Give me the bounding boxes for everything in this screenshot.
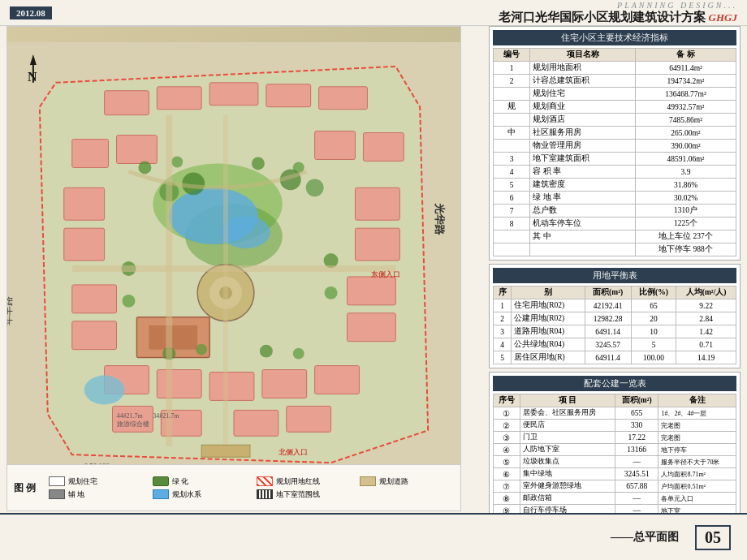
legend-area: 图 例 规划住宅绿 化规划用地红线规划道路辅 地规划水系地下室范围线 [6, 464, 461, 511]
svg-text:年丰路: 年丰路 [7, 296, 14, 325]
legend-label: 规划水系 [172, 489, 201, 500]
fac-col1: 序号 [494, 394, 520, 407]
legend-item: 辅 地 [49, 489, 143, 500]
table-row: 5居住区用地(R)64911.4100.0014.19 [494, 351, 736, 364]
legend-item: 地下室范围线 [257, 489, 351, 500]
svg-rect-22 [72, 285, 117, 313]
fac-col2: 项 目 [520, 394, 615, 407]
svg-rect-30 [315, 366, 360, 394]
svg-text:北侧入口: 北侧入口 [279, 448, 308, 456]
map-area: N 光华路 机场路 年丰路 0 50 100m 44#21.7m 旅游综合楼 3… [6, 26, 461, 511]
svg-rect-23 [72, 321, 117, 350]
legend-item: 规划道路 [360, 476, 454, 487]
svg-rect-24 [348, 277, 396, 305]
table-row: 2公建用地(R02)12982.28202.84 [494, 312, 736, 325]
legend-label: 规划用地红线 [276, 476, 320, 487]
table-row: 3道路用地(R04)6491.14101.42 [494, 325, 736, 338]
legend-item: 规划住宅 [49, 476, 143, 487]
table-row: 8机动车停车位1225个 [494, 218, 736, 230]
legend-label: 绿 化 [172, 476, 188, 487]
table-row: 地下停车 988个 [494, 243, 736, 256]
table-row: 规划住宅136468.77m² [494, 88, 736, 101]
facilities-table: 序号 项 目 面积(m²) 备注 ①居委会、社区服务用房6551#、2#、4#一… [493, 394, 736, 517]
svg-rect-11 [209, 83, 258, 106]
legend-title: 图 例 [14, 481, 36, 495]
main-table-title: 住宅小区主要技术经济指标 [493, 30, 736, 45]
svg-text:东侧入口: 东侧入口 [371, 270, 400, 278]
brand-label: GHGJ [709, 11, 737, 24]
legend-item: 绿 化 [153, 476, 247, 487]
svg-rect-54 [201, 445, 250, 457]
right-panel: 住宅小区主要技术经济指标 编号 项目名称 备 标 1规划用地面积64911.4m… [489, 26, 741, 511]
svg-point-53 [306, 179, 324, 196]
svg-point-40 [252, 157, 265, 170]
legend-box-underground [257, 489, 273, 499]
header-right: PLANNING DESIGN... 老河口光华国际小区规划建筑设计方案 GHG… [499, 1, 737, 25]
table-row: 4公共绿地(R04)3245.5750.71 [494, 338, 736, 351]
legend-box-water [153, 489, 169, 499]
svg-rect-33 [234, 410, 279, 436]
svg-point-48 [260, 345, 273, 358]
main-indicators-table: 编号 项目名称 备 标 1规划用地面积64911.4m²2计容总建筑面积1947… [493, 48, 736, 256]
main-indicators-section: 住宅小区主要技术经济指标 编号 项目名称 备 标 1规划用地面积64911.4m… [489, 26, 741, 261]
table-row: 物业管理用房390.00m² [494, 140, 736, 153]
footer: ——总平面图 05 [0, 513, 747, 560]
table-row: ④人防地下室13166地下停车 [494, 444, 736, 456]
svg-rect-20 [355, 187, 399, 220]
facilities-table-title: 配套公建一览表 [493, 376, 736, 391]
land-col2: 别 [512, 286, 585, 299]
table-row: 2计容总建筑面积194734.2m² [494, 75, 736, 88]
svg-point-37 [84, 376, 125, 405]
legend-item: 规划用地红线 [257, 476, 351, 487]
svg-rect-14 [72, 140, 109, 168]
table-row: 规规划商业49932.57m² [494, 101, 736, 114]
col-val: 备 标 [636, 49, 736, 62]
col-num: 编号 [494, 49, 530, 62]
table-row: ⑤垃圾收集点—服务半径不大于70米 [494, 456, 736, 468]
table-row: ②便民店330完老图 [494, 420, 736, 432]
table-row: ⑦室外健身游憩绿地657.88户均面积0.51m² [494, 480, 736, 493]
svg-rect-13 [319, 87, 368, 110]
svg-point-39 [171, 156, 183, 167]
legend-box-road [360, 476, 376, 486]
table-row: 1规划用地面积64911.4m² [494, 62, 736, 75]
col-name: 项目名称 [530, 49, 636, 62]
svg-rect-25 [348, 313, 396, 342]
svg-rect-15 [117, 136, 158, 164]
svg-point-43 [122, 295, 135, 308]
table-row: 4容 积 率3.9 [494, 166, 736, 179]
footer-label: ——总平面图 [611, 530, 679, 545]
legend-box-residential [49, 476, 65, 486]
land-table-title: 用地平衡表 [493, 268, 736, 283]
site-plan-image: N 光华路 机场路 年丰路 0 50 100m 44#21.7m 旅游综合楼 3… [7, 27, 460, 510]
legend-box-green [153, 476, 169, 486]
legend-box-auxiliary [49, 489, 65, 499]
legend-label: 规划道路 [379, 476, 408, 487]
table-row: 3地下室建筑面积48591.06m² [494, 153, 736, 166]
table-row: 5建筑密度31.86% [494, 179, 736, 192]
svg-rect-34 [287, 406, 331, 432]
land-balance-section: 用地平衡表 序 别 面积(m²) 比例(%) 人均(m²/人) 1住宅用地(R0… [489, 264, 741, 368]
legend-label: 地下室范围线 [276, 489, 320, 500]
legend-label: 辅 地 [68, 489, 84, 500]
table-row: 规划酒店7485.86m² [494, 114, 736, 127]
header: 2012.08 PLANNING DESIGN... 老河口光华国际小区规划建筑… [0, 0, 747, 26]
land-col1: 序 [494, 286, 512, 299]
header-title: 老河口光华国际小区规划建筑设计方案 [499, 10, 706, 25]
legend-label: 规划住宅 [68, 476, 97, 487]
table-row: 中社区服务用房265.00m² [494, 127, 736, 140]
land-col4: 比例(%) [631, 286, 676, 299]
svg-rect-19 [64, 228, 105, 261]
svg-point-5 [222, 216, 270, 248]
legend-box-red-line [257, 476, 273, 486]
fac-col4: 备注 [658, 394, 736, 407]
table-row: 其 中地上车位 237个 [494, 230, 736, 243]
svg-rect-21 [355, 228, 399, 261]
svg-rect-36 [149, 325, 197, 350]
legend-grid: 规划住宅绿 化规划用地红线规划道路辅 地规划水系地下室范围线 [49, 476, 454, 500]
svg-text:34#21.7m: 34#21.7m [153, 412, 179, 420]
svg-point-49 [293, 348, 304, 360]
planning-text: PLANNING DESIGN... [499, 1, 737, 10]
fac-col3: 面积(m²) [615, 394, 658, 407]
svg-rect-10 [157, 87, 201, 110]
